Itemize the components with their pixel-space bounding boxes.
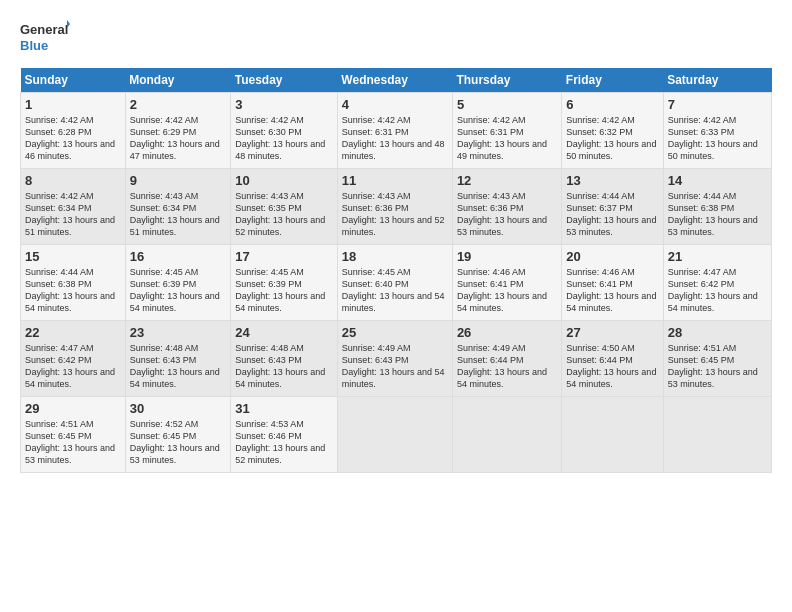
svg-text:Blue: Blue	[20, 38, 48, 53]
cell-info: Sunrise: 4:42 AMSunset: 6:32 PMDaylight:…	[566, 115, 656, 161]
day-number: 3	[235, 97, 333, 112]
calendar-cell: 13 Sunrise: 4:44 AMSunset: 6:37 PMDaylig…	[562, 169, 663, 245]
cell-info: Sunrise: 4:52 AMSunset: 6:45 PMDaylight:…	[130, 419, 220, 465]
cell-info: Sunrise: 4:44 AMSunset: 6:38 PMDaylight:…	[668, 191, 758, 237]
calendar-cell: 8 Sunrise: 4:42 AMSunset: 6:34 PMDayligh…	[21, 169, 126, 245]
calendar-cell: 29 Sunrise: 4:51 AMSunset: 6:45 PMDaylig…	[21, 397, 126, 473]
calendar-cell: 28 Sunrise: 4:51 AMSunset: 6:45 PMDaylig…	[663, 321, 771, 397]
header-day-sunday: Sunday	[21, 68, 126, 93]
header-day-friday: Friday	[562, 68, 663, 93]
week-row-4: 22 Sunrise: 4:47 AMSunset: 6:42 PMDaylig…	[21, 321, 772, 397]
calendar-cell: 5 Sunrise: 4:42 AMSunset: 6:31 PMDayligh…	[452, 93, 561, 169]
header-day-wednesday: Wednesday	[337, 68, 452, 93]
day-number: 15	[25, 249, 121, 264]
cell-info: Sunrise: 4:42 AMSunset: 6:31 PMDaylight:…	[342, 115, 445, 161]
cell-info: Sunrise: 4:48 AMSunset: 6:43 PMDaylight:…	[130, 343, 220, 389]
day-number: 4	[342, 97, 448, 112]
day-number: 30	[130, 401, 227, 416]
cell-info: Sunrise: 4:42 AMSunset: 6:28 PMDaylight:…	[25, 115, 115, 161]
calendar-cell: 3 Sunrise: 4:42 AMSunset: 6:30 PMDayligh…	[231, 93, 338, 169]
cell-info: Sunrise: 4:42 AMSunset: 6:34 PMDaylight:…	[25, 191, 115, 237]
cell-info: Sunrise: 4:47 AMSunset: 6:42 PMDaylight:…	[25, 343, 115, 389]
calendar-cell: 23 Sunrise: 4:48 AMSunset: 6:43 PMDaylig…	[125, 321, 231, 397]
day-number: 8	[25, 173, 121, 188]
calendar-cell: 15 Sunrise: 4:44 AMSunset: 6:38 PMDaylig…	[21, 245, 126, 321]
week-row-1: 1 Sunrise: 4:42 AMSunset: 6:28 PMDayligh…	[21, 93, 772, 169]
calendar-cell: 20 Sunrise: 4:46 AMSunset: 6:41 PMDaylig…	[562, 245, 663, 321]
calendar-cell: 24 Sunrise: 4:48 AMSunset: 6:43 PMDaylig…	[231, 321, 338, 397]
calendar-cell: 4 Sunrise: 4:42 AMSunset: 6:31 PMDayligh…	[337, 93, 452, 169]
header-row: SundayMondayTuesdayWednesdayThursdayFrid…	[21, 68, 772, 93]
day-number: 6	[566, 97, 658, 112]
header: General Blue	[20, 18, 772, 58]
calendar-table: SundayMondayTuesdayWednesdayThursdayFrid…	[20, 68, 772, 473]
day-number: 11	[342, 173, 448, 188]
day-number: 7	[668, 97, 767, 112]
header-day-monday: Monday	[125, 68, 231, 93]
week-row-3: 15 Sunrise: 4:44 AMSunset: 6:38 PMDaylig…	[21, 245, 772, 321]
day-number: 21	[668, 249, 767, 264]
day-number: 5	[457, 97, 557, 112]
calendar-cell: 16 Sunrise: 4:45 AMSunset: 6:39 PMDaylig…	[125, 245, 231, 321]
cell-info: Sunrise: 4:51 AMSunset: 6:45 PMDaylight:…	[25, 419, 115, 465]
calendar-cell: 30 Sunrise: 4:52 AMSunset: 6:45 PMDaylig…	[125, 397, 231, 473]
calendar-cell: 10 Sunrise: 4:43 AMSunset: 6:35 PMDaylig…	[231, 169, 338, 245]
calendar-cell: 7 Sunrise: 4:42 AMSunset: 6:33 PMDayligh…	[663, 93, 771, 169]
page: General Blue SundayMondayTuesdayWednesda…	[0, 0, 792, 485]
calendar-cell	[337, 397, 452, 473]
calendar-cell: 31 Sunrise: 4:53 AMSunset: 6:46 PMDaylig…	[231, 397, 338, 473]
cell-info: Sunrise: 4:44 AMSunset: 6:38 PMDaylight:…	[25, 267, 115, 313]
calendar-cell: 12 Sunrise: 4:43 AMSunset: 6:36 PMDaylig…	[452, 169, 561, 245]
day-number: 1	[25, 97, 121, 112]
day-number: 26	[457, 325, 557, 340]
day-number: 27	[566, 325, 658, 340]
cell-info: Sunrise: 4:42 AMSunset: 6:29 PMDaylight:…	[130, 115, 220, 161]
calendar-cell: 1 Sunrise: 4:42 AMSunset: 6:28 PMDayligh…	[21, 93, 126, 169]
calendar-cell: 21 Sunrise: 4:47 AMSunset: 6:42 PMDaylig…	[663, 245, 771, 321]
day-number: 20	[566, 249, 658, 264]
logo-svg: General Blue	[20, 18, 70, 58]
cell-info: Sunrise: 4:50 AMSunset: 6:44 PMDaylight:…	[566, 343, 656, 389]
calendar-cell: 26 Sunrise: 4:49 AMSunset: 6:44 PMDaylig…	[452, 321, 561, 397]
cell-info: Sunrise: 4:49 AMSunset: 6:44 PMDaylight:…	[457, 343, 547, 389]
cell-info: Sunrise: 4:45 AMSunset: 6:40 PMDaylight:…	[342, 267, 445, 313]
day-number: 23	[130, 325, 227, 340]
cell-info: Sunrise: 4:48 AMSunset: 6:43 PMDaylight:…	[235, 343, 325, 389]
day-number: 12	[457, 173, 557, 188]
cell-info: Sunrise: 4:42 AMSunset: 6:30 PMDaylight:…	[235, 115, 325, 161]
cell-info: Sunrise: 4:49 AMSunset: 6:43 PMDaylight:…	[342, 343, 445, 389]
cell-info: Sunrise: 4:43 AMSunset: 6:34 PMDaylight:…	[130, 191, 220, 237]
calendar-cell: 25 Sunrise: 4:49 AMSunset: 6:43 PMDaylig…	[337, 321, 452, 397]
calendar-cell: 19 Sunrise: 4:46 AMSunset: 6:41 PMDaylig…	[452, 245, 561, 321]
week-row-2: 8 Sunrise: 4:42 AMSunset: 6:34 PMDayligh…	[21, 169, 772, 245]
header-day-thursday: Thursday	[452, 68, 561, 93]
calendar-cell: 27 Sunrise: 4:50 AMSunset: 6:44 PMDaylig…	[562, 321, 663, 397]
cell-info: Sunrise: 4:44 AMSunset: 6:37 PMDaylight:…	[566, 191, 656, 237]
week-row-5: 29 Sunrise: 4:51 AMSunset: 6:45 PMDaylig…	[21, 397, 772, 473]
logo: General Blue	[20, 18, 70, 58]
calendar-cell: 18 Sunrise: 4:45 AMSunset: 6:40 PMDaylig…	[337, 245, 452, 321]
header-day-saturday: Saturday	[663, 68, 771, 93]
cell-info: Sunrise: 4:43 AMSunset: 6:36 PMDaylight:…	[342, 191, 445, 237]
day-number: 10	[235, 173, 333, 188]
cell-info: Sunrise: 4:42 AMSunset: 6:33 PMDaylight:…	[668, 115, 758, 161]
day-number: 19	[457, 249, 557, 264]
cell-info: Sunrise: 4:46 AMSunset: 6:41 PMDaylight:…	[457, 267, 547, 313]
day-number: 14	[668, 173, 767, 188]
cell-info: Sunrise: 4:46 AMSunset: 6:41 PMDaylight:…	[566, 267, 656, 313]
calendar-cell	[663, 397, 771, 473]
day-number: 24	[235, 325, 333, 340]
day-number: 16	[130, 249, 227, 264]
header-day-tuesday: Tuesday	[231, 68, 338, 93]
cell-info: Sunrise: 4:45 AMSunset: 6:39 PMDaylight:…	[235, 267, 325, 313]
day-number: 2	[130, 97, 227, 112]
calendar-cell: 11 Sunrise: 4:43 AMSunset: 6:36 PMDaylig…	[337, 169, 452, 245]
day-number: 18	[342, 249, 448, 264]
day-number: 22	[25, 325, 121, 340]
cell-info: Sunrise: 4:47 AMSunset: 6:42 PMDaylight:…	[668, 267, 758, 313]
calendar-cell: 17 Sunrise: 4:45 AMSunset: 6:39 PMDaylig…	[231, 245, 338, 321]
calendar-cell	[562, 397, 663, 473]
day-number: 25	[342, 325, 448, 340]
day-number: 29	[25, 401, 121, 416]
cell-info: Sunrise: 4:45 AMSunset: 6:39 PMDaylight:…	[130, 267, 220, 313]
